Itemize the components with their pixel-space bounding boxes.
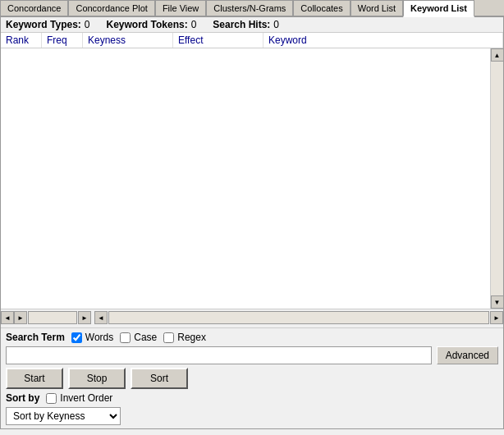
scroll-up-button[interactable]: ▲ [491, 48, 504, 62]
stats-row: Keyword Types: 0 Keyword Tokens: 0 Searc… [1, 17, 503, 33]
h-scroll-left-2[interactable]: ◄ [94, 311, 108, 324]
case-label[interactable]: Case [134, 332, 157, 343]
search-input-row: Advanced [6, 346, 498, 364]
stop-button[interactable]: Stop [68, 368, 126, 389]
tab-keyword-list[interactable]: Keyword List [403, 0, 474, 17]
column-header-keyness[interactable]: Keyness [83, 33, 173, 48]
regex-checkbox-group: Regex [163, 332, 206, 343]
invert-order-group: Invert Order [46, 392, 112, 404]
action-buttons-row: Start Stop Sort [6, 368, 498, 389]
tab-concordance[interactable]: Concordance [0, 0, 68, 16]
invert-order-label[interactable]: Invert Order [60, 392, 112, 404]
h-scroll-right-1b[interactable]: ► [78, 311, 91, 324]
words-label[interactable]: Words [85, 332, 113, 343]
invert-order-checkbox[interactable] [46, 393, 57, 404]
table-body [1, 48, 490, 309]
sort-by-label: Sort by [6, 392, 39, 404]
sort-by-row: Sort by Invert Order [6, 392, 498, 404]
advanced-button[interactable]: Advanced [437, 346, 498, 364]
table-header: Rank Freq Keyness Effect Keyword [1, 33, 503, 48]
words-checkbox-group: Words [71, 332, 113, 343]
h-scroll-right-2[interactable]: ► [490, 311, 503, 324]
h-scroll-left-1[interactable]: ◄ [1, 311, 14, 324]
search-hits-stat: Search Hits: 0 [213, 19, 279, 30]
keyword-types-value: 0 [85, 19, 90, 30]
scroll-down-button[interactable]: ▼ [491, 295, 504, 309]
vertical-scrollbar[interactable]: ▲ ▼ [490, 48, 503, 309]
regex-label[interactable]: Regex [177, 332, 206, 343]
column-header-rank[interactable]: Rank [1, 33, 42, 48]
tab-concordance-plot[interactable]: Concordance Plot [68, 0, 154, 16]
h-scroll-track-2[interactable] [108, 311, 489, 324]
search-hits-value: 0 [273, 19, 279, 30]
words-checkbox[interactable] [71, 332, 82, 343]
scroll-track[interactable] [492, 62, 503, 295]
main-area: Keyword Types: 0 Keyword Tokens: 0 Searc… [0, 17, 504, 429]
search-term-row: Search Term Words Case Regex [6, 332, 498, 343]
keyword-tokens-label: Keyword Tokens: [107, 19, 188, 30]
keyword-tokens-stat: Keyword Tokens: 0 [107, 19, 197, 30]
keyword-types-stat: Keyword Types: 0 [6, 19, 90, 30]
sort-select[interactable]: Sort by Keyness Sort by Freq Sort by Eff… [6, 407, 121, 425]
keyword-tokens-value: 0 [191, 19, 197, 30]
search-term-label: Search Term [6, 332, 65, 343]
sort-button[interactable]: Sort [131, 368, 188, 389]
bottom-controls: Search Term Words Case Regex Advanced St… [1, 327, 503, 428]
start-button[interactable]: Start [6, 368, 63, 389]
search-hits-label: Search Hits: [213, 19, 270, 30]
table-container: ▲ ▼ [1, 48, 503, 309]
keyword-types-label: Keyword Types: [6, 19, 81, 30]
tab-word-list[interactable]: Word List [351, 0, 403, 16]
sort-select-row: Sort by Keyness Sort by Freq Sort by Eff… [6, 407, 498, 425]
horizontal-scroll-area: ◄ ► ► ◄ ► [1, 309, 503, 327]
tab-file-view[interactable]: File View [155, 0, 206, 16]
case-checkbox[interactable] [120, 332, 131, 343]
tab-bar: Concordance Concordance Plot File View C… [0, 0, 504, 17]
tab-collocates[interactable]: Collocates [293, 0, 350, 16]
search-input[interactable] [6, 346, 432, 364]
case-checkbox-group: Case [120, 332, 157, 343]
h-scroll-right-1[interactable]: ► [14, 311, 27, 324]
tab-clusters-ngrams[interactable]: Clusters/N-Grams [206, 0, 293, 16]
regex-checkbox[interactable] [163, 332, 174, 343]
column-header-effect[interactable]: Effect [173, 33, 263, 48]
h-scroll-track-1[interactable] [28, 311, 77, 324]
column-header-keyword[interactable]: Keyword [263, 33, 503, 48]
column-header-freq[interactable]: Freq [42, 33, 83, 48]
